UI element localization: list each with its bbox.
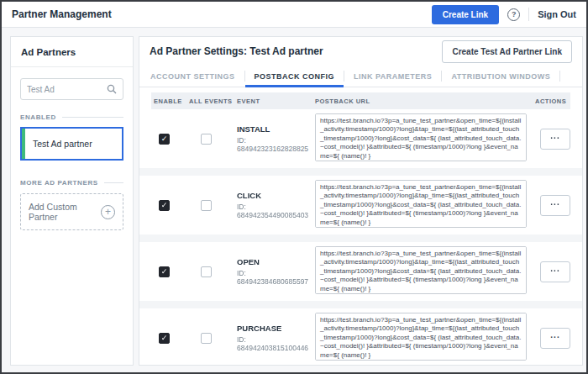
more-partners-section-label: MORE AD PARTNERS <box>20 179 98 187</box>
table-row-install: INSTALL ID: 684942323162828825 https://t… <box>151 109 570 168</box>
plus-circle-icon: + <box>101 205 115 219</box>
table-header: ENABLE ALL EVENTS EVENT POSTBACK URL ACT… <box>151 92 570 109</box>
more-partners-section: MORE AD PARTNERS <box>20 179 123 187</box>
row-separator <box>139 234 582 242</box>
enabled-section-label: ENABLED <box>20 113 56 121</box>
postback-url-input[interactable]: https://test.branch.io?3p=a_tune_test_pa… <box>315 180 527 228</box>
table-row-click: CLICK ID: 684942354490085403 https://tes… <box>151 176 570 234</box>
add-custom-partner-button[interactable]: Add Custom Partner + <box>20 193 123 230</box>
event-id: ID: 684942384680685597 <box>237 269 315 286</box>
search-icon <box>107 84 117 94</box>
ad-partners-sidebar: Ad Partners ENABLED Test Ad partner MORE… <box>10 36 134 366</box>
postback-url-input[interactable]: https://test.branch.io?3p=a_tune_test_pa… <box>315 246 527 294</box>
topbar-actions: Create Link ? Sign Out <box>432 5 576 24</box>
all-events-checkbox[interactable] <box>201 333 212 344</box>
partner-search[interactable] <box>20 78 123 100</box>
add-custom-partner-label: Add Custom Partner <box>29 202 101 222</box>
app-window: Partner Management Create Link ? Sign Ou… <box>0 0 588 374</box>
all-events-checkbox[interactable] <box>201 266 212 277</box>
enabled-indicator-bar <box>22 129 25 159</box>
tab-postback-config[interactable]: POSTBACK CONFIG <box>245 66 344 87</box>
settings-titlebar: Ad Partner Settings: Test Ad partner Cre… <box>139 37 582 66</box>
create-test-ad-partner-link-button[interactable]: Create Test Ad Partner Link <box>442 40 572 63</box>
event-name: CLICK <box>237 191 315 200</box>
enable-checkbox[interactable] <box>159 134 170 145</box>
event-id: ID: 684942403815100446 <box>237 335 315 352</box>
partner-name: Test Ad partner <box>33 139 92 149</box>
col-postback-url: POSTBACK URL <box>315 97 535 105</box>
event-name: PURCHASE <box>237 324 315 333</box>
row-actions-button[interactable]: ... <box>540 328 570 349</box>
col-enable: ENABLE <box>151 97 189 105</box>
create-link-button[interactable]: Create Link <box>432 5 499 24</box>
postback-url-input[interactable]: https://test.branch.io?3p=a_tune_test_pa… <box>315 313 527 361</box>
col-event: EVENT <box>237 97 315 105</box>
postback-url-input[interactable]: https://test.branch.io?3p=a_tune_test_pa… <box>315 113 527 161</box>
col-actions: ACTIONS <box>535 97 570 105</box>
search-input[interactable] <box>27 85 107 94</box>
divider <box>62 117 123 118</box>
enable-checkbox[interactable] <box>159 266 170 277</box>
col-all-events: ALL EVENTS <box>189 97 237 105</box>
divider <box>104 182 123 183</box>
event-id: ID: 684942354490085403 <box>237 203 315 219</box>
help-icon[interactable]: ? <box>507 8 520 21</box>
sidebar-item-test-ad-partner[interactable]: Test Ad partner <box>20 127 123 161</box>
table-row-purchase: PURCHASE ID: 684942403815100446 https://… <box>151 308 570 366</box>
settings-tabs: ACCOUNT SETTINGS POSTBACK CONFIG LINK PA… <box>139 66 582 87</box>
sign-out-button[interactable]: Sign Out <box>538 9 576 19</box>
row-actions-button[interactable]: ... <box>540 261 570 282</box>
event-name: INSTALL <box>237 124 315 134</box>
postback-table: ENABLE ALL EVENTS EVENT POSTBACK URL ACT… <box>139 87 582 366</box>
row-separator <box>139 301 582 308</box>
ad-partner-settings-panel: Ad Partner Settings: Test Ad partner Cre… <box>139 36 583 366</box>
settings-title: Ad Partner Settings: Test Ad partner <box>150 45 323 57</box>
tab-link-parameters[interactable]: LINK PARAMETERS <box>344 66 441 87</box>
row-actions-button[interactable]: ... <box>540 129 570 150</box>
event-name: OPEN <box>237 257 315 266</box>
enable-checkbox[interactable] <box>159 333 170 344</box>
tab-attribution-windows[interactable]: ATTRIBUTION WINDOWS <box>442 66 559 87</box>
event-id: ID: 684942323162828825 <box>237 136 315 153</box>
tab-account-settings[interactable]: ACCOUNT SETTINGS <box>141 66 244 87</box>
divider <box>559 71 560 82</box>
enable-checkbox[interactable] <box>159 200 170 211</box>
top-bar: Partner Management Create Link ? Sign Ou… <box>2 2 586 28</box>
all-events-checkbox[interactable] <box>201 200 212 211</box>
table-row-open: OPEN ID: 684942384680685597 https://test… <box>151 242 570 301</box>
divider <box>528 8 529 21</box>
row-actions-button[interactable]: ... <box>540 195 570 216</box>
sidebar-title: Ad Partners <box>11 37 133 67</box>
row-separator <box>139 168 582 176</box>
page-title: Partner Management <box>12 8 112 20</box>
all-events-checkbox[interactable] <box>201 134 212 145</box>
enabled-section: ENABLED <box>20 113 123 121</box>
